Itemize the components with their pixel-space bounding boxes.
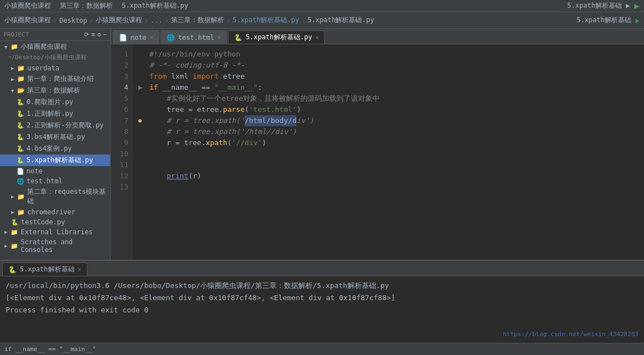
code-line-1: #!/usr/bin/env python	[138, 49, 638, 60]
eq-op: ==	[197, 82, 214, 93]
code-line-8: # r = tree.xpath('/html//div')	[138, 126, 638, 137]
sidebar-item-ext-lib[interactable]: ▶ 📁 External Libraries	[0, 227, 110, 237]
tab-label-note: note	[131, 34, 147, 42]
folder-triangle-icon-ch1: ▶	[11, 76, 14, 82]
folder-icon-scratch: 📁	[11, 243, 18, 250]
minimize-icon[interactable]: −	[103, 31, 107, 38]
sidebar-item-file5[interactable]: 🐍 5.xpath解析基础.py	[0, 155, 110, 166]
code-line-13	[138, 182, 638, 193]
terminal-tab-icon: 🐍	[8, 266, 17, 274]
terminal-url[interactable]: https://blog.csdn.net/weixin_43428283	[503, 328, 638, 341]
tab-close-note[interactable]: ×	[150, 34, 153, 40]
fn-print: print	[167, 171, 188, 182]
sidebar-label-chapter1: 第一章：爬虫基础介绍	[27, 74, 94, 84]
sidebar-label-file2: 2.正则解析-分页爬取.py	[27, 121, 103, 130]
comment-7: # r = tree.xpath('	[149, 115, 245, 126]
folder-triangle-icon: ▶	[11, 65, 14, 71]
sidebar-item-chapter1[interactable]: ▶ 📁 第一章：爬虫基础介绍	[0, 73, 110, 85]
terminal-content: /usr/local/bin/python3.6 /Users/bobo/Des…	[0, 276, 644, 343]
sidebar-item-file2[interactable]: 🐍 2.正则解析-分页爬取.py	[0, 120, 110, 131]
breadcrumb: 小猿圈爬虫课程 › Desktop › 小猿圈爬虫课程 › ... › 第三章：…	[4, 16, 374, 25]
line-num-6: 6	[111, 104, 128, 115]
code-content[interactable]: #!/usr/bin/env python # -*- coding:utf-8…	[133, 44, 644, 260]
line-num-9: 9	[111, 137, 128, 148]
sidebar-item-file4[interactable]: 🐍 4.bs4案例.py	[0, 143, 110, 155]
settings-icon[interactable]: ⚙	[97, 31, 101, 38]
breadcrumb-sep-2: ›	[90, 17, 94, 24]
warn-dot: ●	[138, 115, 149, 126]
space-1: lxml	[167, 71, 193, 82]
py-icon-0: 🐍	[17, 99, 24, 106]
sidebar-label-file4: 4.bs4案例.py	[27, 144, 72, 153]
top-nav-item-course[interactable]: 小猿圈爬虫课程	[4, 1, 51, 11]
breadcrumb-course[interactable]: 小猿圈爬虫课程	[96, 16, 142, 25]
sidebar-item-chapter2[interactable]: ▼ 📂 第三章：数据解析	[0, 85, 110, 96]
sidebar-item-chapter-req[interactable]: ▶ 📁 第二章：requests模块基础	[0, 186, 110, 207]
top-nav-item-file[interactable]: 5.xpath解析基础.py	[122, 1, 188, 11]
run-right-btn[interactable]: ▶	[636, 17, 640, 24]
paren-12-close: )	[197, 171, 201, 182]
kw-import: import	[193, 71, 219, 82]
py-icon-2: 🐍	[17, 122, 24, 129]
tab-close-xpath[interactable]: ×	[315, 34, 319, 40]
sync-icon[interactable]: ⟳	[84, 31, 89, 38]
sidebar-item-testhtml[interactable]: 🌐 test.html	[0, 176, 110, 186]
folder-triangle-icon-chrome: ▶	[11, 209, 14, 215]
tab-testhtml[interactable]: 🌐 test.html ×	[160, 30, 227, 44]
code-line-12: print ( r )	[138, 171, 638, 182]
sidebar-item-scratches[interactable]: ▶ 📁 Scratches and Consoles	[0, 237, 110, 255]
tab-xpath[interactable]: 🐍 5.xpath解析基础.py ×	[228, 30, 325, 44]
comment-7b: iv')	[297, 115, 314, 126]
terminal-tab-xpath[interactable]: 🐍 5.xpath解析基础 ×	[2, 263, 87, 276]
code-line-3: from lxml import etree	[138, 71, 638, 82]
code-line-7: ● # r = tree.xpath('/html/body/div')	[138, 115, 638, 126]
sidebar-item-note[interactable]: 📄 note	[0, 166, 110, 176]
status-context: if __name__ == "__main__"	[4, 346, 96, 353]
sidebar-project-root[interactable]: ▼ 📁 小猿圈爬虫课程	[0, 41, 110, 53]
colon: :	[258, 82, 262, 93]
collapse-icon[interactable]: ≡	[91, 31, 95, 38]
exec-arrow: ▶	[138, 82, 149, 93]
breadcrumb-chapter[interactable]: 第三章：数据解析	[171, 16, 224, 25]
terminal-tab-label: 5.xpath解析基础	[20, 265, 75, 274]
run-config-right[interactable]: 5.xpath解析基础	[577, 16, 631, 25]
top-nav-item-chapter[interactable]: 第三章：数据解析	[60, 1, 113, 11]
sidebar-item-testcode[interactable]: 🐍 testCode.py	[0, 217, 110, 227]
terminal-tab-close[interactable]: ×	[78, 266, 81, 272]
py-icon-4: 🐍	[17, 145, 24, 152]
tab-label-xpath: 5.xpath解析基础.py	[246, 33, 312, 42]
breadcrumb-desktop[interactable]: Desktop	[59, 17, 87, 24]
breadcrumb-file[interactable]: 5.xpath解析基础.py	[232, 16, 299, 25]
run-config-label[interactable]: 5.xpath解析基础 ▶	[567, 1, 630, 11]
hl-xpath-7: /html/body/d	[245, 115, 297, 126]
py-icon-3: 🐍	[17, 133, 24, 141]
var-r-12: r	[193, 171, 197, 182]
code-line-5: #实例化好了一个etree对象，且将被解析的源码加载到了该对象中	[138, 93, 638, 104]
sidebar-label-note: note	[27, 167, 43, 175]
kw-if: if	[149, 82, 158, 93]
code-line-11	[138, 160, 638, 171]
status-left: if __name__ == "__main__"	[4, 346, 96, 353]
sidebar-label-ext: External Libraries	[20, 228, 92, 236]
sidebar-item-chromedriver[interactable]: ▶ 📁 chromedriver	[0, 207, 110, 217]
folder-triangle-icon-req: ▶	[11, 194, 14, 199]
sidebar-header-icons: ⟳ ≡ ⚙ −	[84, 31, 107, 38]
sidebar-item-userdata[interactable]: ▶ 📁 userdata	[0, 63, 110, 73]
py-icon-5: 🐍	[17, 157, 24, 164]
run-button[interactable]: ▶	[634, 1, 640, 11]
shebang-line: #!/usr/bin/env python	[149, 49, 240, 60]
breadcrumb-ellipsis: ...	[150, 17, 163, 24]
sidebar-label-chromedriver: chromedriver	[27, 208, 75, 216]
comment-8: # r = tree.xpath('/html//div')	[149, 126, 297, 137]
project-title: 小猿圈爬虫课程	[20, 42, 67, 52]
sidebar-item-file0[interactable]: 🐍 0.爬取图片.py	[0, 96, 110, 108]
tab-note[interactable]: 📄 note ×	[113, 30, 159, 44]
sidebar-item-file3[interactable]: 🐍 3.bs4解析基础.py	[0, 131, 110, 143]
sidebar-item-file1[interactable]: 🐍 1.正则解析.py	[0, 108, 110, 120]
tab-close-testhtml[interactable]: ×	[217, 34, 221, 40]
code-line-2: # -*- coding:utf-8 -*-	[138, 60, 638, 71]
module-etree: etree	[219, 71, 245, 82]
breadcrumb-root[interactable]: 小猿圈爬虫课程	[4, 16, 51, 25]
second-bar: 小猿圈爬虫课程 › Desktop › 小猿圈爬虫课程 › ... › 第三章：…	[0, 12, 644, 29]
line-num-13: 13	[111, 182, 128, 193]
